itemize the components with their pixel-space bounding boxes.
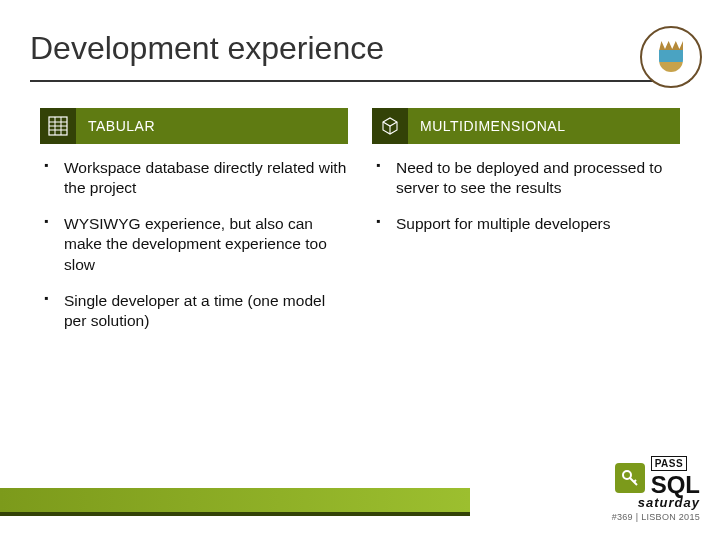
- header-crest-logo: [640, 26, 702, 88]
- list-item: Single developer at a time (one model pe…: [40, 291, 348, 331]
- footer-brand-logo: PASS SQL saturday #369 | LISBON 2015: [540, 456, 700, 522]
- multidimensional-heading-label: MULTIDIMENSIONAL: [420, 118, 565, 134]
- column-multidimensional: MULTIDIMENSIONAL Need to be deployed and…: [372, 108, 680, 347]
- tabular-bullets: Workspace database directly related with…: [40, 158, 348, 331]
- list-item: Support for multiple developers: [372, 214, 680, 234]
- footer-green-bar: [0, 488, 470, 512]
- list-item: Workspace database directly related with…: [40, 158, 348, 198]
- list-item: Need to be deployed and processed to ser…: [372, 158, 680, 198]
- cube-icon: [372, 108, 408, 144]
- multidimensional-bullets: Need to be deployed and processed to ser…: [372, 158, 680, 234]
- title-underline: [30, 80, 690, 82]
- multidimensional-heading-band: MULTIDIMENSIONAL: [372, 108, 680, 144]
- event-label: #369 | LISBON 2015: [540, 512, 700, 522]
- spreadsheet-icon: [40, 108, 76, 144]
- pass-badge: PASS: [651, 456, 688, 471]
- list-item: WYSIWYG experience, but also can make th…: [40, 214, 348, 274]
- shield-icon: [659, 50, 683, 72]
- footer-dark-line: [0, 512, 470, 516]
- tabular-heading-band: TABULAR: [40, 108, 348, 144]
- column-tabular: TABULAR Workspace database directly rela…: [40, 108, 348, 347]
- tabular-heading-label: TABULAR: [88, 118, 155, 134]
- page-title: Development experience: [30, 30, 384, 67]
- key-icon: [615, 463, 645, 493]
- svg-line-10: [634, 480, 636, 482]
- saturday-wordmark: saturday: [540, 495, 700, 510]
